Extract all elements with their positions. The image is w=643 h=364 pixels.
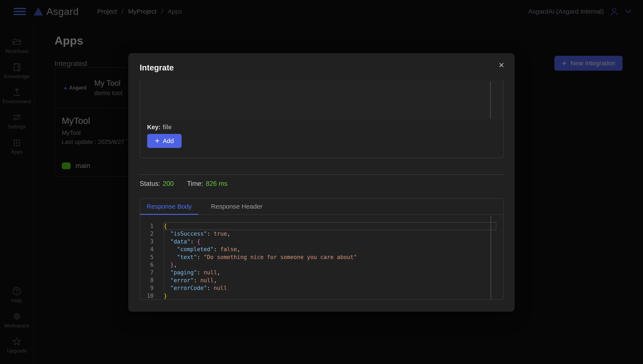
code-line: 3"data": { <box>140 238 503 246</box>
key-value: file <box>163 124 172 130</box>
editor-scrollbar[interactable] <box>490 82 491 119</box>
code-content: "paging": null, <box>154 269 503 276</box>
code-line: 10} <box>140 292 503 300</box>
line-number: 2 <box>140 230 154 238</box>
key-label: Key: <box>147 124 160 130</box>
code-line: 2"isSuccess": true, <box>140 230 503 238</box>
code-line: 5"text": "Do something nice for someone … <box>140 253 503 261</box>
line-number: 9 <box>140 284 154 292</box>
tab-response-header[interactable]: Response Header <box>204 198 269 214</box>
integrate-modal: Integrate ✕ Key:file + Add Status: 200 T… <box>128 53 514 312</box>
time-label: Time: <box>187 180 203 188</box>
code-content: "data": { <box>154 238 503 246</box>
active-tab-underline <box>140 214 198 215</box>
line-number: 10 <box>140 292 154 300</box>
code-line: 8"error": null, <box>140 276 503 284</box>
line-number: 7 <box>140 269 154 276</box>
line-number: 5 <box>140 253 154 261</box>
tab-label: Response Body <box>147 203 192 210</box>
add-button[interactable]: + Add <box>147 134 182 148</box>
status-row: Status: 200 Time: 826 ms <box>140 180 228 188</box>
response-box: Response Body Response Header 1{2"isSucc… <box>140 198 504 300</box>
code-line: 9"errorCode": null <box>140 284 503 292</box>
current-line-highlight <box>163 222 496 230</box>
status-label: Status: <box>140 180 160 188</box>
app-root: Asgard Project / MyProject / Apps Asgard… <box>0 0 643 364</box>
response-body-editor[interactable]: 1{2"isSuccess": true,3"data": {4"complet… <box>140 215 503 300</box>
line-number: 3 <box>140 238 154 246</box>
code-content: "text": "Do something nice for someone y… <box>154 253 503 261</box>
code-content: } <box>154 292 503 300</box>
code-content: }, <box>154 261 503 269</box>
plus-icon: + <box>155 136 160 146</box>
response-tabbar: Response Body Response Header <box>140 198 503 215</box>
indent-guide <box>164 230 164 292</box>
code-content: "completed": false, <box>154 246 503 253</box>
tab-label: Response Header <box>211 203 262 210</box>
line-number: 6 <box>140 261 154 269</box>
line-number: 8 <box>140 276 154 284</box>
param-key-row: Key:file <box>147 124 172 131</box>
modal-title: Integrate <box>140 63 174 72</box>
code-line: 4"completed": false, <box>140 246 503 253</box>
code-line: 6}, <box>140 261 503 269</box>
status-value: 200 <box>163 180 174 188</box>
tab-response-body[interactable]: Response Body <box>140 198 198 214</box>
code-line: 7"paging": null, <box>140 269 503 276</box>
code-content: "errorCode": null <box>154 284 503 292</box>
request-param-box: Key:file + Add <box>140 80 504 158</box>
add-button-label: Add <box>163 138 174 144</box>
code-content: "error": null, <box>154 276 503 284</box>
time-value: 826 ms <box>206 180 228 188</box>
code-editor-lines: 1{2"isSuccess": true,3"data": {4"complet… <box>140 222 503 300</box>
editor-scrollbar[interactable] <box>490 216 491 299</box>
close-icon[interactable]: ✕ <box>496 60 507 70</box>
line-number: 4 <box>140 246 154 253</box>
code-content: "isSuccess": true, <box>154 230 503 238</box>
divider <box>140 174 504 175</box>
request-body-editor[interactable] <box>140 80 503 120</box>
line-number: 1 <box>140 222 154 230</box>
